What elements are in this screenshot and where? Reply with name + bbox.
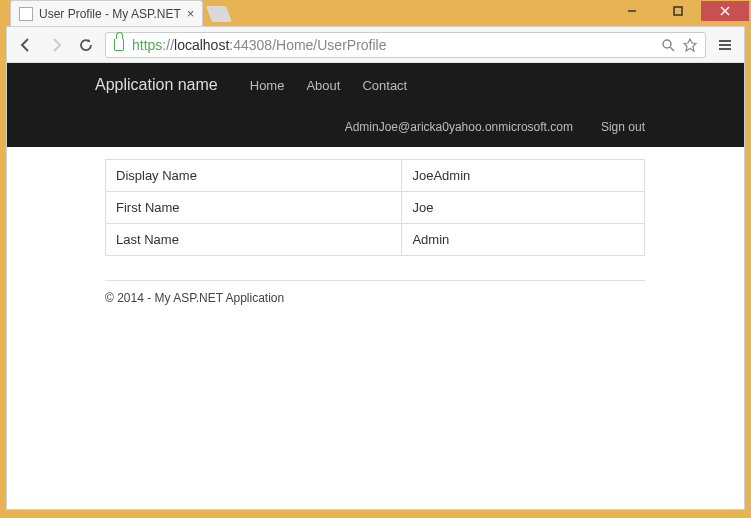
divider [105,280,645,281]
tab-close-icon[interactable]: × [187,6,195,21]
arrow-right-icon [48,37,64,53]
nav-contact[interactable]: Contact [362,78,407,93]
tab-strip: User Profile - My ASP.NET × [0,0,751,26]
table-row: Display Name JoeAdmin [106,160,645,192]
field-label: Last Name [106,224,402,256]
navbar-primary: Application name Home About Contact [95,63,655,107]
forward-button[interactable] [45,34,67,56]
table-row: First Name Joe [106,192,645,224]
url-text: https://localhost:44308/Home/UserProfile [132,37,387,53]
reload-icon [78,37,94,53]
field-value: JoeAdmin [402,160,645,192]
url-path: /Home/UserProfile [272,37,386,53]
tab-title: User Profile - My ASP.NET [39,7,181,21]
url-scheme: https [132,37,162,53]
nav-home[interactable]: Home [250,78,285,93]
table-row: Last Name Admin [106,224,645,256]
back-button[interactable] [15,34,37,56]
page-content: Application name Home About Contact Admi… [7,63,744,509]
menu-button[interactable] [714,34,736,56]
new-tab-button[interactable] [207,6,233,22]
reload-button[interactable] [75,34,97,56]
signout-link[interactable]: Sign out [601,120,645,134]
browser-chrome: https://localhost:44308/Home/UserProfile… [6,26,745,510]
browser-tab[interactable]: User Profile - My ASP.NET × [10,0,203,26]
app-navbar: Application name Home About Contact Admi… [7,63,744,147]
brand-link[interactable]: Application name [95,76,218,94]
browser-toolbar: https://localhost:44308/Home/UserProfile [7,27,744,63]
main-content: Display Name JoeAdmin First Name Joe Las… [105,159,645,305]
url-host: localhost [174,37,229,53]
navbar-secondary: AdminJoe@aricka0yahoo.onmicrosoft.com Si… [95,107,655,147]
svg-line-5 [670,47,674,51]
footer-text: © 2014 - My ASP.NET Application [105,291,645,305]
browser-window: User Profile - My ASP.NET × https://loca… [0,0,751,518]
star-icon[interactable] [683,38,697,52]
nav-about[interactable]: About [306,78,340,93]
field-label: First Name [106,192,402,224]
field-value: Joe [402,192,645,224]
profile-table: Display Name JoeAdmin First Name Joe Las… [105,159,645,256]
address-bar[interactable]: https://localhost:44308/Home/UserProfile [105,32,706,58]
url-port: :44308 [229,37,272,53]
user-email[interactable]: AdminJoe@aricka0yahoo.onmicrosoft.com [345,120,573,134]
lock-icon [114,39,124,51]
field-label: Display Name [106,160,402,192]
favicon-icon [19,7,33,21]
hamburger-icon [717,37,733,53]
search-icon[interactable] [661,38,675,52]
svg-point-4 [663,40,671,48]
field-value: Admin [402,224,645,256]
arrow-left-icon [18,37,34,53]
